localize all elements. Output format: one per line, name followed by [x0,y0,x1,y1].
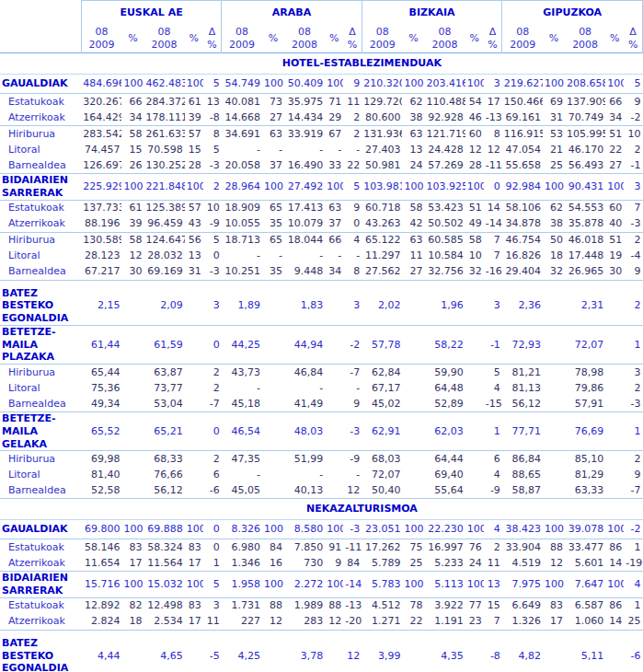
cell: 28.964 [222,174,262,201]
cell: 0 [203,539,222,556]
cell: 38.423 [502,520,543,539]
period-header: % [185,25,203,53]
cell: 63,87 [144,365,185,381]
table-row: BIDAIARIEN SARRERAK225.929100221.8481002… [0,174,643,201]
section-band-row: HOTEL-ESTABLEZIMENDUAK [0,53,643,75]
cell: 90.431 [565,174,605,201]
cell: 2 [343,110,362,126]
cell: 17 [543,614,565,631]
cell: 5 [203,232,222,249]
cell: 0 [484,174,502,201]
cell: 62,91 [362,412,402,451]
cell [185,396,203,412]
cell [465,637,484,672]
row-label: GAUALDIAK [0,75,81,94]
cell: 7.850 [284,539,325,556]
cell: 11 [343,94,362,110]
cell: 86 [605,597,624,614]
cell: 150.466 [502,94,543,110]
cell [402,380,424,396]
cell: 2 [203,380,222,396]
cell: 100 [121,75,144,94]
cell [262,451,284,468]
cell: 35 [262,264,284,281]
cell [543,637,565,672]
cell: 81,40 [81,467,121,482]
cell: 100 [605,572,624,598]
cell: 100 [543,174,565,201]
cell: 61,44 [81,325,121,364]
cell: -14 [484,216,502,233]
cell: 3 [624,365,642,381]
cell: 24 [465,555,484,572]
cell: 126.697 [81,157,121,174]
cell [121,325,144,364]
cell [325,412,343,451]
cell: -15 [484,396,502,412]
cell [605,637,624,672]
cell: 76 [465,539,484,556]
cell: 62 [402,94,424,110]
cell: 203.416 [425,75,465,94]
cell: 46.018 [565,232,605,249]
period-header: 08 2008 [144,25,185,53]
cell [325,482,343,499]
cell: 105.995 [565,126,605,143]
cell: 52,58 [81,482,121,499]
cell: 1 [624,412,642,451]
cell: 219.627 [502,75,543,94]
cell [543,467,565,482]
table-row: Atzerrikoak11.6541711.5641711.3461673098… [0,555,643,572]
cell: 17 [121,555,144,572]
cell: 40,13 [284,482,325,499]
cell: 100 [465,174,484,201]
cell: 58.106 [502,200,543,216]
cell: 60.585 [425,232,465,249]
cell [325,451,343,468]
cell: 28.032 [144,249,185,264]
cell: 65 [262,200,284,216]
cell [185,637,203,672]
cell: 30 [605,264,624,281]
cell: - [262,142,284,157]
cell: 12.892 [81,597,121,614]
cell: 32 [543,264,565,281]
cell: - [343,142,362,157]
cell: 9 [325,555,343,572]
cell: -7 [343,365,362,381]
cell: 2 [624,380,642,396]
cell [543,380,565,396]
cell: 47,35 [222,451,262,468]
cell: 51 [605,126,624,143]
cell: 72,07 [362,467,402,482]
cell: 73 [262,94,284,110]
cell: 81,29 [565,467,605,482]
cell: 54.749 [222,75,262,94]
cell: -16 [484,264,502,281]
cell: 100 [121,520,144,539]
cell: 69.161 [502,110,543,126]
cell: 65,52 [81,412,121,451]
cell: 46.170 [565,142,605,157]
period-header: % [262,25,284,53]
cell [185,467,203,482]
cell: 83 [185,597,203,614]
table-row: Estatukoak58.1468358.3248306.980847.8509… [0,539,643,556]
cell: 56,12 [502,396,543,412]
cell: 137.733 [81,200,121,216]
cell: 46,84 [284,365,325,381]
cell: 35.878 [565,216,605,233]
cell: 10 [465,249,484,264]
cell: 210.320 [362,75,402,94]
cell: 25 [402,555,424,572]
row-label: Estatukoak [0,539,81,556]
cell: 67,17 [362,380,402,396]
cell: 22 [605,142,624,157]
cell [262,325,284,364]
cell: 60.718 [362,200,402,216]
cell: 53 [543,126,565,143]
row-label: Barnealdea [0,157,81,174]
cell: -3 [624,216,642,233]
row-label: Hiriburua [0,365,81,381]
cell: 75 [402,539,424,556]
